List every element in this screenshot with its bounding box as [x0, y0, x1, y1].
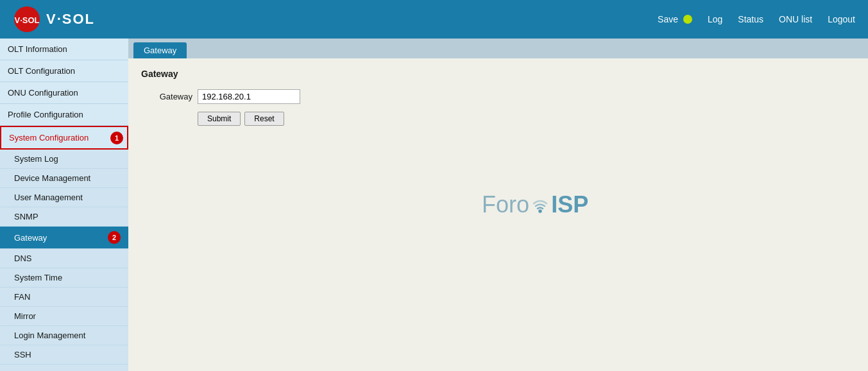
- sidebar-item-system-configuration[interactable]: System Configuration 1: [0, 126, 128, 150]
- sidebar-item-diagnose[interactable]: Diagnose: [0, 365, 128, 371]
- log-link[interactable]: Log: [708, 14, 722, 24]
- save-button[interactable]: Save: [658, 14, 678, 24]
- sidebar-item-mirror[interactable]: Mirror: [0, 307, 128, 326]
- status-link[interactable]: Status: [738, 14, 763, 24]
- watermark-isp: ISP: [551, 191, 588, 218]
- logout-link[interactable]: Logout: [828, 14, 855, 24]
- content-title: Gateway: [141, 69, 855, 79]
- sidebar-item-dns[interactable]: DNS: [0, 249, 128, 268]
- sidebar-item-gateway[interactable]: Gateway 2: [0, 227, 128, 249]
- svg-text:V·SOL: V·SOL: [14, 15, 39, 25]
- submit-button[interactable]: Submit: [198, 112, 241, 126]
- main-content: Gateway Gateway Gateway Submit Reset For…: [128, 39, 868, 371]
- sidebar-item-device-management[interactable]: Device Management: [0, 169, 128, 188]
- watermark-foro: Foro: [482, 191, 529, 218]
- tab-bar: Gateway: [128, 39, 868, 58]
- sidebar-item-olt-information[interactable]: OLT Information: [0, 39, 128, 60]
- sidebar-item-ssh[interactable]: SSH: [0, 345, 128, 365]
- onu-list-link[interactable]: ONU list: [779, 14, 812, 24]
- sidebar-item-system-log[interactable]: System Log: [0, 150, 128, 169]
- gateway-tab[interactable]: Gateway: [133, 42, 187, 58]
- sidebar-item-snmp[interactable]: SNMP: [0, 207, 128, 227]
- badge-1: 1: [110, 132, 123, 144]
- sidebar-item-login-management[interactable]: Login Management: [0, 326, 128, 345]
- reset-button[interactable]: Reset: [244, 112, 284, 126]
- watermark: Foro ISP: [482, 191, 588, 218]
- sidebar-item-onu-configuration[interactable]: ONU Configuration: [0, 82, 128, 104]
- gateway-input[interactable]: [198, 89, 300, 104]
- header-right: Save Log Status ONU list Logout: [658, 14, 855, 24]
- brand-name: V·SOL: [46, 11, 95, 28]
- gateway-form-row: Gateway: [141, 89, 855, 104]
- layout: OLT Information OLT Configuration ONU Co…: [0, 39, 868, 371]
- vsol-logo-icon: V·SOL: [13, 5, 41, 33]
- sidebar-item-system-time[interactable]: System Time: [0, 268, 128, 288]
- logo-area: V·SOL V·SOL: [13, 5, 95, 33]
- save-area: Save: [658, 14, 692, 24]
- badge-2: 2: [108, 231, 121, 244]
- sidebar-item-user-management[interactable]: User Management: [0, 188, 128, 207]
- status-indicator: [683, 15, 692, 24]
- wifi-icon: [530, 194, 550, 215]
- sidebar-item-fan[interactable]: FAN: [0, 288, 128, 307]
- button-row: Submit Reset: [198, 112, 855, 126]
- header: V·SOL V·SOL Save Log Status ONU list Log…: [0, 0, 868, 39]
- sidebar: OLT Information OLT Configuration ONU Co…: [0, 39, 128, 371]
- gateway-label: Gateway: [141, 92, 192, 101]
- sidebar-item-olt-configuration[interactable]: OLT Configuration: [0, 60, 128, 82]
- sidebar-item-profile-configuration[interactable]: Profile Configuration: [0, 104, 128, 126]
- svg-point-2: [540, 211, 541, 212]
- content-area: Gateway Gateway Submit Reset: [128, 58, 868, 136]
